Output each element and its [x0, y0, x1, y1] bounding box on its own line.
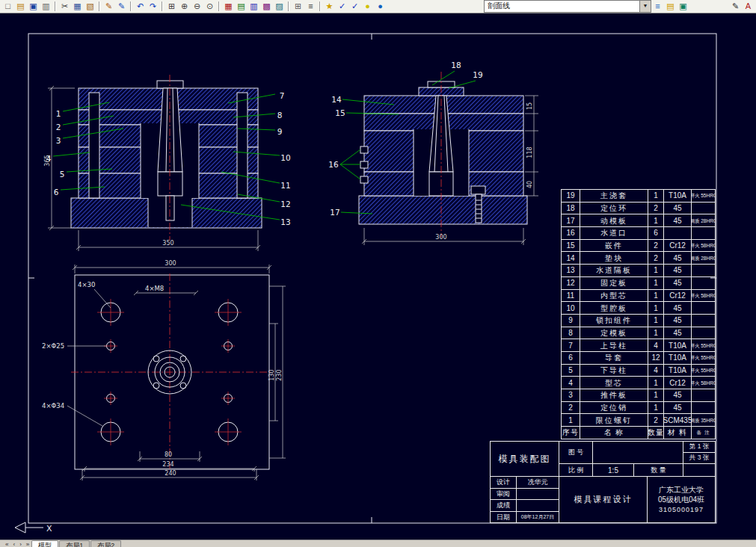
bom-cell [664, 227, 692, 239]
bom-cell: 12 [562, 277, 580, 289]
bom-cell: 45 [664, 214, 692, 226]
tab-nav-next[interactable]: › [17, 540, 24, 547]
qty-value [683, 464, 715, 477]
dot-blue-icon[interactable]: ● [374, 1, 387, 12]
bom-cell: 淬火 58HRC [692, 240, 715, 252]
library-icon[interactable]: ▤ [235, 1, 248, 12]
balloon-label: 5 [60, 170, 65, 179]
bom-cell: 6 [562, 352, 580, 364]
ucs-icon: X [15, 522, 52, 534]
bom-cell: 垫块 [580, 252, 648, 264]
cut-icon[interactable]: ✂ [58, 1, 71, 12]
bom-cell [692, 265, 715, 276]
book-icon[interactable]: ▤ [664, 1, 677, 12]
combo-dropdown-icon[interactable]: ▼ [639, 1, 651, 12]
date-label: 日期 [491, 512, 517, 522]
plan-view[interactable]: 4×30 4×M8 2×Φ25 4×Φ34 300 80 [42, 260, 286, 480]
bom-cell: 15 [562, 240, 580, 252]
bom-cell [692, 402, 715, 414]
zoom-all-icon[interactable]: ⊙ [203, 1, 216, 12]
tab-nav-prev[interactable]: ‹ [10, 540, 17, 547]
bom-cell: 定模板 [580, 327, 648, 339]
sheet-icon[interactable]: ▨ [273, 1, 286, 12]
drawing-area[interactable]: 350 365 1 2 3 4 [0, 13, 756, 540]
save-icon[interactable]: ▣ [27, 1, 40, 12]
title-block: 模具装配图 图 号 第 1 张 共 3 张 比 例 1:5 数 量 设计 冼华元… [490, 441, 716, 523]
star-icon[interactable]: ★ [323, 1, 336, 12]
bom-cell: 45 [664, 252, 692, 264]
bulb-icon[interactable]: ● [361, 1, 374, 12]
bom-row: 7上导柱4T10A淬火 55HRC [562, 339, 715, 351]
table-icon[interactable]: ▦ [222, 1, 235, 12]
scale-value: 1:5 [593, 464, 634, 477]
zoom-window-icon[interactable]: ⊞ [165, 1, 178, 12]
pen-icon[interactable]: ✎ [729, 1, 742, 12]
bom-cell: 上导柱 [580, 339, 648, 351]
tab-model[interactable]: 模型 [31, 540, 58, 547]
block-icon[interactable]: ▥ [248, 1, 260, 12]
bom-cell: SCM435 [664, 414, 692, 426]
layers-icon[interactable]: ≡ [304, 1, 317, 12]
figno-label: 图 号 [559, 442, 593, 464]
open-icon[interactable]: ▤ [14, 1, 27, 12]
bom-cell [692, 327, 715, 339]
dimension-label: 230 [276, 369, 283, 380]
hatch-style-combo[interactable]: 剖面线 ▼ [484, 0, 651, 13]
copy-icon[interactable]: ▦ [71, 1, 84, 12]
zoom-out-icon[interactable]: ⊖ [191, 1, 203, 12]
grid-icon[interactable]: ⊞ [292, 1, 304, 12]
tab-layout2[interactable]: 布局2 [90, 540, 121, 547]
balloon-label: 3 [56, 136, 61, 145]
check-icon-1[interactable]: ✓ [336, 1, 348, 12]
bom-cell: 3 [562, 389, 580, 401]
bom-cell: 8 [562, 327, 580, 339]
bom-cell: 锁扣组件 [580, 315, 648, 327]
org-line-2: 05级机电04班 [658, 495, 704, 505]
new-icon[interactable]: □ [1, 1, 14, 12]
org-line-3: 3105000197 [659, 505, 704, 514]
bom-cell: Cr12 [664, 377, 692, 389]
section-view-left[interactable]: 350 365 [44, 75, 262, 251]
bom-cell: 13 [562, 265, 580, 276]
layers2-icon[interactable]: ≡ [651, 1, 664, 12]
image-icon[interactable]: ▩ [260, 1, 273, 12]
bom-header-cell: 备 注 [692, 427, 715, 439]
balloon-label: 10 [280, 153, 290, 162]
toolbar-group-right: ✎A [729, 1, 755, 12]
bom-row: 1限位螺钉2SCM435调质 35HRC [562, 413, 715, 426]
bom-row: 12固定板145 [562, 276, 715, 289]
tab-nav-last[interactable]: » [24, 540, 31, 547]
palette-icon[interactable]: ▣ [677, 1, 689, 12]
tab-nav-first[interactable]: « [3, 540, 10, 547]
edit-icon[interactable]: ✎ [115, 1, 128, 12]
bom-cell: 推件板 [580, 389, 648, 401]
bom-header-cell: 数量 [648, 427, 664, 439]
bom-cell [692, 302, 715, 314]
section-view-right[interactable]: 300 15 118 40 [359, 72, 538, 245]
dimension-label: 118 [526, 146, 533, 158]
bom-cell: 固定板 [580, 277, 648, 289]
balloon-label: 2 [56, 123, 61, 132]
undo-icon[interactable]: ↶ [134, 1, 147, 12]
balloon-label: 19 [473, 70, 482, 79]
bom-row: 6导套12T10A淬火 55HRC [562, 351, 715, 364]
bom-cell: 6 [648, 227, 664, 239]
bom-cell: 1 [648, 290, 664, 302]
text-style-icon[interactable]: A [742, 1, 755, 12]
paste-icon[interactable]: ▧ [84, 1, 96, 12]
bom-cell: 淬火 55HRC [692, 339, 715, 351]
zoom-in-icon[interactable]: ⊕ [178, 1, 191, 12]
bom-cell: 动模板 [580, 214, 648, 226]
bom-header-cell: 名 称 [580, 427, 648, 439]
pencil-icon[interactable]: ✎ [102, 1, 115, 12]
bom-cell: 1 [648, 315, 664, 327]
tab-layout1[interactable]: 布局1 [59, 540, 90, 547]
check-icon-2[interactable]: ✓ [348, 1, 361, 12]
balloon-label: 11 [280, 181, 290, 190]
print-icon[interactable]: ▥ [40, 1, 52, 12]
bom-cell: 45 [664, 327, 692, 339]
bom-cell: 1 [648, 402, 664, 414]
bom-cell: 45 [664, 402, 692, 414]
redo-icon[interactable]: ↷ [147, 1, 159, 12]
bom-cell: 4 [562, 377, 580, 389]
